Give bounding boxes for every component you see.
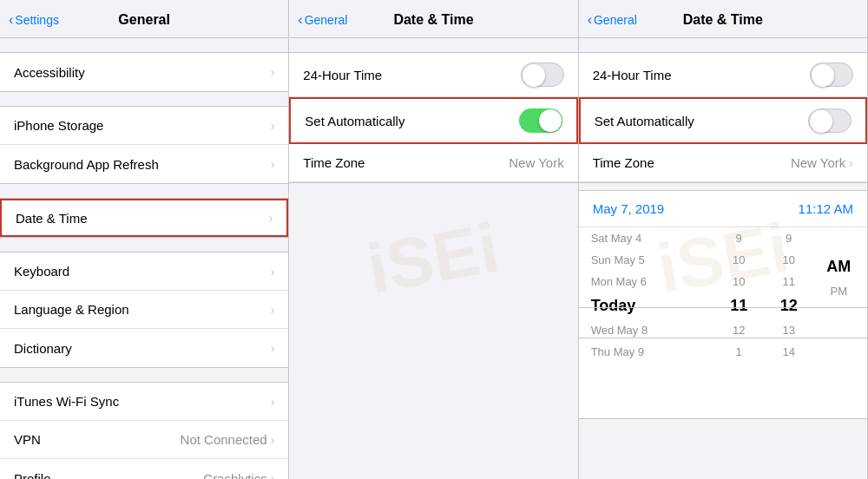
profile-value: Crashlytics: [203, 471, 266, 480]
p2-timezone-row[interactable]: Time Zone New York: [289, 144, 577, 182]
list-item-keyboard[interactable]: Keyboard ›: [0, 253, 288, 291]
section-keyboard: Keyboard › Language & Region › Dictionar…: [0, 252, 288, 368]
panel1-back[interactable]: ‹ Settings: [9, 12, 59, 28]
picker-col-hour: 9 10 10 11 12 1: [713, 227, 764, 418]
picker-min-row-4: 13: [764, 319, 814, 341]
date-time-label: Date & Time: [16, 211, 88, 226]
vpn-chevron: ›: [271, 433, 275, 447]
profile-value-group: Crashlytics ›: [203, 471, 274, 480]
picker-day-row-0: Sat May 4: [589, 227, 714, 249]
picker-selected-time: 11:12 AM: [799, 201, 853, 216]
picker-hour-row-5: 1: [713, 341, 764, 363]
panel3-header: ‹ General Date & Time: [579, 0, 867, 38]
picker-min-row-5: 14: [764, 341, 814, 363]
panel3-back[interactable]: ‹ General: [588, 12, 637, 28]
list-item-itunes-wifi[interactable]: iTunes Wi-Fi Sync ›: [0, 383, 288, 421]
section-itunes: iTunes Wi-Fi Sync › VPN Not Connected › …: [0, 382, 288, 479]
panel2-back-label: General: [305, 13, 348, 27]
picker-min-row-0: 9: [764, 227, 814, 249]
watermark: iSEi: [362, 208, 505, 310]
section-group-2: iPhone Storage › Background App Refresh …: [0, 106, 288, 184]
p3-timezone-value-group: New York ›: [791, 155, 853, 170]
picker-min-row-3: 12: [764, 292, 814, 319]
dictionary-chevron: ›: [271, 341, 275, 355]
picker-hour-row-1: 10: [713, 249, 764, 271]
picker-min-row-1: 10: [764, 249, 814, 271]
list-item-iphone-storage[interactable]: iPhone Storage ›: [0, 107, 288, 145]
itunes-wifi-chevron: ›: [271, 395, 275, 409]
p3-set-auto-label: Set Automatically: [595, 114, 694, 128]
panel3-group: 24-Hour Time Set Automatically Time Zone: [579, 52, 867, 183]
p2-set-auto-toggle[interactable]: [519, 108, 562, 133]
section-group-4: Keyboard › Language & Region › Dictionar…: [0, 252, 288, 368]
date-time-chevron: ›: [269, 211, 273, 225]
picker-ampm-row-5: [813, 302, 864, 311]
keyboard-label: Keyboard: [14, 264, 69, 279]
picker-day-row-2: Mon May 6: [589, 271, 714, 292]
panel2-section: 24-Hour Time Set Automatically Time Zone: [289, 52, 577, 183]
accessibility-chevron: ›: [271, 65, 275, 79]
background-refresh-label: Background App Refresh: [14, 157, 159, 172]
p2-timezone-value-group: New York: [509, 155, 563, 170]
picker-ampm-row-3: AM: [813, 253, 864, 280]
picker-hour-row-3: 11: [713, 292, 764, 319]
picker-ampm-row-1: [813, 236, 864, 245]
list-item-accessibility[interactable]: Accessibility ›: [0, 53, 288, 91]
list-item-language[interactable]: Language & Region ›: [0, 291, 288, 329]
picker-day-row-1: Sun May 5: [589, 249, 714, 271]
picker-wheel[interactable]: Sat May 4 Sun May 5 Mon May 6 Today Wed …: [579, 227, 867, 418]
list-item-background-refresh[interactable]: Background App Refresh ›: [0, 145, 288, 183]
picker-hour-row-4: 12: [713, 319, 764, 341]
panel2-back-chevron: ‹: [298, 12, 302, 28]
panel1-content: Accessibility › iPhone Storage › Backgro…: [0, 38, 288, 479]
p3-set-auto-row: Set Automatically: [579, 97, 867, 144]
p2-24hour-knob: [523, 64, 545, 87]
p3-set-auto-knob: [810, 110, 832, 133]
section-group-3: Date & Time ›: [0, 198, 288, 238]
itunes-wifi-label: iTunes Wi-Fi Sync: [14, 394, 119, 409]
p3-timezone-row[interactable]: Time Zone New York ›: [579, 144, 867, 182]
panel2-header: ‹ General Date & Time: [289, 0, 577, 38]
picker-ampm-row-6: [813, 311, 864, 319]
p3-timezone-chevron: ›: [849, 156, 853, 170]
section-group-1: Accessibility ›: [0, 52, 288, 92]
p3-set-auto-toggle[interactable]: [808, 108, 852, 133]
picker-hour-row-0: 9: [713, 227, 764, 249]
picker-min-row-6: [764, 363, 814, 371]
p3-24hour-row: 24-Hour Time: [579, 53, 867, 97]
picker-col-day: Sat May 4 Sun May 5 Mon May 6 Today Wed …: [582, 227, 714, 418]
p3-24hour-knob: [812, 64, 834, 87]
p2-set-auto-row: Set Automatically: [289, 97, 577, 144]
vpn-value: Not Connected: [181, 432, 267, 447]
profile-label: Profile: [14, 471, 51, 480]
list-item-vpn[interactable]: VPN Not Connected ›: [0, 421, 288, 459]
picker-col-minute: 9 10 11 12 13 14: [764, 227, 814, 418]
panel1-title: General: [118, 12, 170, 28]
panel1-back-label: Settings: [15, 13, 59, 27]
panel1-header: ‹ Settings General: [0, 0, 288, 38]
picker-header-row: May 7, 2019 11:12 AM: [579, 191, 867, 227]
list-item-date-time[interactable]: Date & Time ›: [0, 199, 288, 237]
picker-hour-row-6: [713, 363, 764, 371]
p3-timezone-value: New York: [791, 155, 845, 170]
panel-general: ‹ Settings General Accessibility › iPhon…: [0, 0, 289, 479]
picker-col-ampm: AM PM: [813, 227, 864, 418]
p2-24hour-toggle[interactable]: [521, 62, 564, 87]
iphone-storage-label: iPhone Storage: [14, 118, 103, 133]
vpn-value-group: Not Connected ›: [181, 432, 275, 447]
background-refresh-chevron: ›: [271, 157, 275, 171]
p3-24hour-toggle[interactable]: [810, 62, 853, 87]
picker-hour-row-2: 10: [713, 271, 764, 292]
list-item-dictionary[interactable]: Dictionary ›: [0, 329, 288, 367]
picker-day-row-4: Wed May 8: [589, 319, 714, 341]
panel3-title: Date & Time: [683, 12, 763, 28]
language-chevron: ›: [271, 303, 275, 317]
picker-min-row-2: 11: [764, 271, 814, 292]
list-item-profile[interactable]: Profile Crashlytics ›: [0, 459, 288, 479]
panel2-back[interactable]: ‹ General: [298, 12, 347, 28]
p2-timezone-value: New York: [509, 155, 563, 170]
panel2-content: iSEi 24-Hour Time Set Automatically: [289, 38, 577, 479]
section-storage: iPhone Storage › Background App Refresh …: [0, 106, 288, 184]
profile-chevron: ›: [271, 471, 275, 479]
picker-container: May 7, 2019 11:12 AM Sat May 4 Sun May 5…: [579, 190, 867, 419]
